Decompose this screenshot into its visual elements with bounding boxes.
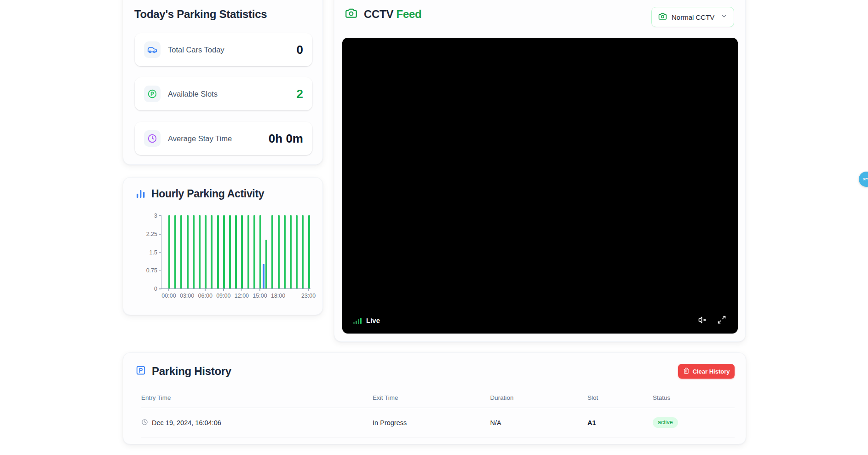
x-tick-label: 09:00: [213, 293, 234, 299]
chart-bar: [247, 215, 249, 288]
slot-cell: A1: [587, 419, 653, 426]
column-header: Duration: [490, 394, 588, 401]
stat-card-average-stay: Average Stay Time 0h 0m: [135, 122, 312, 155]
fullscreen-icon[interactable]: [716, 314, 727, 325]
chart-x-axis: 00:0003:0006:0009:0012:0015:0018:0023:00: [161, 289, 310, 301]
x-tick-mark: [308, 289, 309, 291]
history-table: Entry TimeExit TimeDurationSlotStatus De…: [141, 394, 735, 438]
chevron-down-icon: [721, 13, 727, 21]
chart-bar: [259, 215, 261, 288]
chart-bar: [290, 215, 292, 288]
chart-bar: [187, 215, 189, 288]
stat-label: Total Cars Today: [168, 46, 289, 54]
exit-time-cell: In Progress: [373, 419, 490, 426]
y-tick-label: 3: [123, 213, 157, 219]
y-tick-label: 0.75: [123, 267, 157, 274]
chart-bar: [263, 264, 264, 288]
clock-icon: [144, 130, 161, 147]
entry-time-cell: Dec 19, 2024, 16:04:06: [152, 419, 221, 426]
camera-icon: [658, 12, 667, 23]
camera-icon: [345, 7, 357, 21]
history-title: Parking History: [152, 365, 231, 378]
stat-value-available-slots: 2: [297, 87, 303, 101]
chart-bar: [253, 215, 255, 288]
clear-history-button[interactable]: Clear History: [678, 364, 735, 379]
y-tick-label: 0: [123, 286, 157, 292]
chart-bar: [241, 215, 243, 288]
cctv-select-value: Normal CCTV: [672, 13, 716, 21]
car-icon: [144, 41, 161, 58]
y-tick-label: 1.5: [123, 249, 157, 256]
stat-card-available-slots: Available Slots 2: [135, 77, 312, 110]
parking-history-panel: Parking History Clear History Entry Time…: [123, 352, 746, 444]
chart-bar: [211, 215, 213, 288]
chart-bar: [296, 215, 298, 288]
chart-bar: [302, 215, 304, 288]
chart-bar: [223, 215, 225, 288]
history-table-header: Entry TimeExit TimeDurationSlotStatus: [141, 394, 735, 408]
table-row: Dec 19, 2024, 16:04:06In ProgressN/AA1ac…: [141, 408, 735, 438]
chart-plot: [161, 216, 310, 289]
cctv-title: CCTV Feed: [364, 8, 421, 21]
x-tick-label: 15:00: [250, 293, 270, 299]
stat-card-total-cars: Total Cars Today 0: [135, 33, 312, 66]
stats-panel: Today's Parking Statistics Total Cars To…: [123, 0, 323, 165]
mute-icon[interactable]: [696, 314, 707, 325]
x-tick-label: 06:00: [195, 293, 215, 299]
chart-y-axis: 00.751.52.253: [123, 216, 157, 289]
duration-cell: N/A: [490, 419, 588, 426]
x-tick-label: 12:00: [231, 293, 252, 299]
chart-bar: [168, 215, 170, 288]
chart-bar: [265, 240, 267, 288]
x-tick-mark: [187, 289, 188, 291]
chart-bar: [229, 215, 231, 288]
bar-chart-icon: [137, 188, 145, 200]
x-tick-mark: [168, 289, 169, 291]
x-tick-label: 18:00: [268, 293, 288, 299]
chart-bar: [199, 215, 201, 288]
chart-bar: [217, 215, 219, 288]
x-tick-mark: [259, 289, 260, 291]
stat-value-total-cars: 0: [297, 43, 303, 57]
parking-dashboard: Today's Parking Statistics Total Cars To…: [0, 0, 868, 455]
chart-bar: [271, 215, 273, 288]
trash-icon: [683, 368, 690, 375]
column-header: Entry Time: [141, 394, 373, 401]
parking-icon: [144, 86, 161, 102]
chart-bar: [193, 215, 195, 288]
x-tick-mark: [223, 289, 224, 291]
stats-title: Today's Parking Statistics: [134, 8, 267, 21]
chart-bar: [174, 215, 176, 288]
history-table-body: Dec 19, 2024, 16:04:06In ProgressN/AA1ac…: [141, 408, 735, 438]
x-tick-label: 23:00: [299, 293, 319, 299]
x-tick-mark: [241, 289, 242, 291]
x-tick-label: 00:00: [159, 293, 179, 299]
chart-bar: [235, 215, 237, 288]
signal-bars-icon: [353, 318, 362, 324]
clock-icon: [141, 419, 148, 427]
chart-bar: [278, 215, 280, 288]
column-header: Status: [653, 394, 735, 401]
column-header: Exit Time: [373, 394, 490, 401]
cctv-video-feed: Live: [342, 38, 738, 334]
cctv-source-select[interactable]: Normal CCTV: [651, 7, 734, 27]
x-tick-mark: [205, 289, 206, 291]
chart-bar: [308, 215, 310, 288]
chart-bar: [180, 215, 182, 288]
status-badge: active: [653, 417, 678, 428]
column-header: Slot: [587, 394, 653, 401]
chart-title: Hourly Parking Activity: [151, 188, 264, 200]
x-tick-label: 03:00: [177, 293, 197, 299]
chart-bar: [205, 215, 207, 288]
overlay-score-badge[interactable]: 97%: [859, 172, 868, 187]
live-indicator: Live: [366, 317, 380, 324]
stat-value-average-stay: 0h 0m: [269, 132, 303, 146]
cctv-panel: CCTV Feed Normal CCTV Live: [334, 0, 746, 342]
parking-square-icon: [136, 365, 146, 377]
y-tick-label: 2.25: [123, 231, 157, 237]
hourly-activity-panel: Hourly Parking Activity 00.751.52.253 00…: [123, 177, 323, 315]
stat-label: Average Stay Time: [168, 134, 261, 143]
stat-label: Available Slots: [168, 90, 289, 98]
x-tick-mark: [278, 289, 279, 291]
chart-bar: [284, 215, 286, 288]
